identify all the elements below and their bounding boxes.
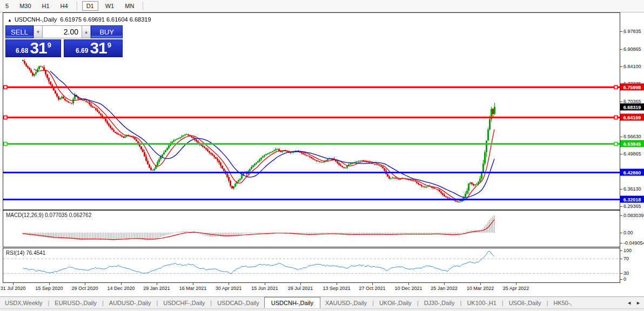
trading-platform-window: 5M30H1H4D1W1MN ▲USDCNH-,Daily 6.61975 6.… — [0, 0, 644, 311]
rsi-axis-tick-label: 30 — [623, 271, 629, 276]
price-axis-tick-label: 6.36130 — [623, 186, 641, 192]
rsi-axis-tick-label: 70 — [623, 256, 629, 261]
timeframe-toolbar: 5M30H1H4D1W1MN — [0, 0, 644, 12]
macd-axis-tick — [620, 215, 622, 216]
sell-price-panel[interactable]: 6.68 31 9 — [5, 39, 61, 57]
price-axis-tick-label: 6.90865 — [623, 46, 641, 52]
date-axis-label: 30 Apr 2021 — [216, 286, 242, 291]
macd-canvas[interactable] — [3, 211, 620, 247]
date-axis-tick — [13, 283, 14, 285]
tab-scroll-left-icon[interactable]: ◄ — [627, 300, 632, 306]
date-axis-label: 15 Jun 2021 — [251, 286, 278, 291]
date-axis-tick — [121, 283, 122, 285]
volume-input[interactable] — [43, 25, 82, 38]
date-axis-label: 16 Mar 2021 — [179, 286, 207, 291]
one-click-trading-widget: SELL ▼ ▲ BUY 6.68 31 9 6.69 31 9 — [5, 25, 123, 57]
status-strip — [0, 308, 644, 311]
date-axis-tick — [516, 283, 516, 285]
date-axis-tick — [229, 283, 229, 285]
price-axis-tick — [620, 66, 622, 67]
collapse-triangle-icon[interactable]: ▲ — [8, 18, 12, 23]
sell-price-point: 9 — [48, 41, 51, 49]
price-axis-tick-label: 6.56630 — [623, 134, 641, 139]
symbol-tab-bar: USDX,Weekly|EURUSD-,Daily|AUDUSD-,Daily|… — [0, 296, 644, 308]
price-line-label-6.42660: 6.42660 — [620, 169, 644, 176]
date-axis-tick — [85, 283, 85, 285]
macd-indicator-label: MACD(12,26,9) 0.077035 0.062762 — [6, 212, 91, 218]
tab-hk50[interactable]: HK50-, — [548, 299, 576, 307]
date-axis-tick — [193, 283, 193, 285]
tab-usdxweekly[interactable]: USDX,Weekly — [0, 299, 47, 307]
date-axis-label: 31 Jul 2020 — [1, 286, 26, 291]
volume-increase-button[interactable]: ▲ — [82, 25, 91, 38]
rsi-canvas[interactable] — [3, 248, 620, 282]
price-line-label-6.75998: 6.75998 — [620, 84, 644, 91]
tab-usdchfdaily[interactable]: USDCHF-,Daily — [158, 299, 210, 307]
buy-button[interactable]: BUY — [91, 25, 123, 38]
price-axis-tick-label: 6.97835 — [623, 29, 641, 34]
date-axis-label: 29 Oct 2020 — [71, 286, 98, 291]
macd-axis-tick-label: 0.00 — [623, 230, 633, 235]
sell-price-prefix: 6.68 — [16, 47, 28, 55]
rsi-axis-tick — [620, 279, 622, 280]
toolbar-separator — [143, 2, 143, 10]
chart-title: ▲USDCNH-,Daily 6.61975 6.69691 6.61604 6… — [8, 16, 151, 23]
timeframe-button-d1[interactable]: D1 — [82, 1, 98, 11]
tab-uk100h1[interactable]: UK100-,H1 — [462, 299, 501, 307]
date-axis-label: 14 Dec 2020 — [107, 286, 135, 291]
timeframe-button-w1[interactable]: W1 — [102, 2, 118, 10]
timeframe-button-h1[interactable]: H1 — [38, 2, 53, 10]
macd-axis-tick — [620, 233, 622, 233]
date-axis-tick — [300, 283, 301, 285]
date-axis-label: 10 Dec 2021 — [394, 286, 422, 291]
date-axis-tick — [49, 283, 50, 285]
macd-axis-tick-label: -0.049054 — [623, 240, 644, 246]
date-axis-label: 15 Sep 2020 — [35, 286, 63, 291]
date-axis-tick — [337, 283, 337, 285]
price-axis-tick-label: 6.29365 — [623, 204, 641, 209]
timeframe-button-m30[interactable]: M30 — [16, 2, 35, 10]
tab-usdcaddaily[interactable]: USDCAD-,Daily — [212, 299, 264, 307]
price-axis-tick — [620, 49, 622, 50]
date-axis-label: 29 Jul 2021 — [288, 286, 313, 291]
price-axis-tick — [620, 102, 622, 102]
price-axis-tick — [620, 137, 622, 137]
rsi-indicator-label: RSI(14) 76.4541 — [6, 250, 45, 256]
date-axis-tick — [480, 283, 481, 285]
rsi-axis-tick — [620, 273, 622, 274]
timeframe-button-h4[interactable]: H4 — [57, 2, 72, 10]
price-axis-tick-label: 6.49865 — [623, 151, 641, 157]
rsi-axis-tick-label: 0 — [623, 276, 626, 282]
date-axis-tick — [265, 283, 265, 285]
buy-price-point: 9 — [108, 41, 111, 49]
tab-xauusddaily[interactable]: XAUUSD-,Daily — [320, 299, 372, 307]
macd-axis-tick — [620, 243, 622, 244]
tab-usdcnhdaily[interactable]: USDCNH-,Daily — [264, 297, 320, 308]
buy-price-pips: 31 — [90, 40, 106, 56]
tab-dj30daily[interactable]: DJ30-,Daily — [419, 299, 460, 307]
date-axis-label: 10 Mar 2022 — [467, 286, 494, 291]
date-axis-label: 25 Jan 2022 — [431, 286, 458, 291]
buy-price-panel[interactable]: 6.69 31 9 — [64, 39, 123, 57]
tab-scroll-right-icon[interactable]: ► — [636, 300, 641, 306]
rsi-panel — [3, 248, 620, 283]
date-axis-tick — [157, 283, 157, 285]
timeframe-button-mn[interactable]: MN — [121, 2, 138, 10]
rsi-axis-tick-label: 100 — [623, 248, 632, 253]
timeframe-button-5[interactable]: 5 — [2, 2, 12, 10]
tab-audusddaily[interactable]: AUDUSD-,Daily — [104, 299, 156, 307]
rsi-axis-tick — [620, 251, 622, 251]
date-axis-tick — [444, 283, 445, 285]
toolbar-separator — [77, 2, 77, 10]
date-axis-label: 13 Sep 2021 — [323, 286, 350, 291]
date-axis-tick — [372, 283, 373, 285]
tab-usoildaily[interactable]: USOil-,Daily — [504, 299, 546, 307]
tab-eurusddaily[interactable]: EURUSD-,Daily — [50, 299, 102, 307]
rsi-axis-tick — [620, 259, 622, 259]
sell-price-pips: 31 — [30, 40, 46, 56]
chart-ohlc-values: 6.61975 6.69691 6.61604 6.68319 — [60, 16, 151, 23]
tab-ukoildaily[interactable]: UKOil-,Daily — [374, 299, 417, 307]
volume-decrease-button[interactable]: ▼ — [33, 25, 43, 38]
price-line-label-6.53845: 6.53845 — [620, 140, 644, 147]
sell-button[interactable]: SELL — [5, 25, 33, 38]
